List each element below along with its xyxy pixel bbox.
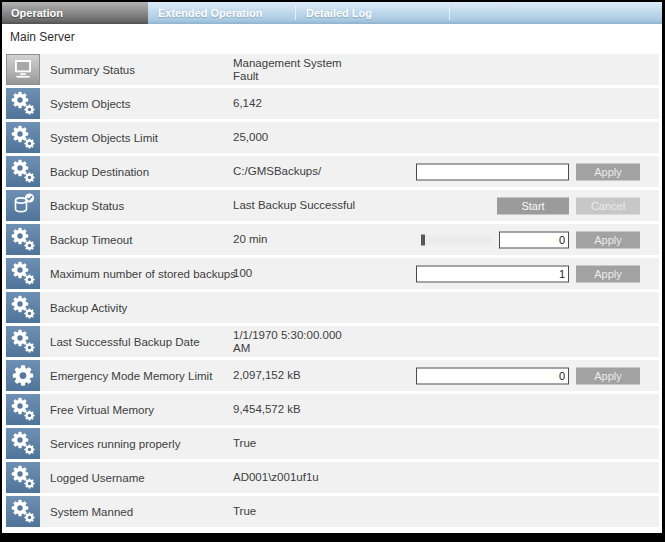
gears-icon: [6, 122, 40, 153]
row-controls: Apply: [421, 231, 640, 248]
property-rows: Summary StatusManagement System FaultSys…: [2, 54, 662, 527]
row-value: 1/1/1970 5:30:00.000 AM: [233, 329, 359, 355]
property-row: Backup DestinationC:/GMSBackups/Apply: [6, 156, 659, 187]
row-label: Free Virtual Memory: [50, 404, 233, 416]
start-button[interactable]: Start: [497, 197, 569, 214]
property-row: Summary StatusManagement System Fault: [6, 54, 659, 85]
row-value: 9,454,572 kB: [233, 403, 359, 416]
gears-icon: [6, 394, 40, 425]
database-check-icon: [6, 190, 40, 221]
row-value: Last Backup Successful: [233, 199, 359, 212]
row-value: 20 min: [233, 233, 359, 246]
gear-icon: [6, 360, 40, 391]
property-row: System Objects Limit25,000: [6, 122, 659, 153]
gears-icon: [6, 156, 40, 187]
tab-detailed-log[interactable]: Detailed Log: [296, 2, 449, 24]
row-controls: Apply: [416, 265, 640, 282]
row-value: 100: [233, 267, 359, 280]
computer-icon: [6, 54, 40, 85]
row-label: Backup Activity: [50, 302, 233, 314]
value-input[interactable]: [416, 265, 569, 282]
gears-icon: [6, 462, 40, 493]
row-controls: StartCancel: [497, 197, 640, 214]
value-input[interactable]: [416, 367, 569, 384]
property-row: Logged UsernameAD001\z001uf1u: [6, 462, 659, 493]
cancel-button[interactable]: Cancel: [576, 197, 640, 214]
row-label: System Objects Limit: [50, 132, 233, 144]
gears-icon: [6, 88, 40, 119]
row-value: True: [233, 437, 359, 450]
apply-button[interactable]: Apply: [576, 163, 640, 180]
property-row: Emergency Mode Memory Limit2,097,152 kBA…: [6, 360, 659, 391]
row-label: Maximum number of stored backups: [50, 268, 233, 280]
gears-icon: [6, 496, 40, 527]
property-row: Maximum number of stored backups100Apply: [6, 258, 659, 289]
row-controls: Apply: [416, 163, 640, 180]
row-value: True: [233, 505, 359, 518]
row-label: Emergency Mode Memory Limit: [50, 370, 233, 382]
apply-button[interactable]: Apply: [576, 367, 640, 384]
gears-icon: [6, 428, 40, 459]
main-window: Operation Extended Operation Detailed Lo…: [2, 2, 662, 533]
row-value: 2,097,152 kB: [233, 369, 359, 382]
property-row: System MannedTrue: [6, 496, 659, 527]
property-row: Backup StatusLast Backup SuccessfulStart…: [6, 190, 659, 221]
timeout-slider[interactable]: [421, 235, 492, 244]
row-label: Backup Timeout: [50, 234, 233, 246]
tab-extended-operation[interactable]: Extended Operation: [148, 2, 295, 24]
row-value: C:/GMSBackups/: [233, 165, 359, 178]
property-row: System Objects6,142: [6, 88, 659, 119]
row-label: Backup Status: [50, 200, 233, 212]
property-row: Last Successful Backup Date1/1/1970 5:30…: [6, 326, 659, 357]
apply-button[interactable]: Apply: [576, 265, 640, 282]
gears-icon: [6, 326, 40, 357]
row-label: Last Successful Backup Date: [50, 336, 233, 348]
row-value: 6,142: [233, 97, 359, 110]
value-input[interactable]: [416, 163, 569, 180]
apply-button[interactable]: Apply: [576, 231, 640, 248]
page-subtitle: Main Server: [10, 30, 662, 46]
tab-operation[interactable]: Operation: [2, 2, 148, 24]
row-value: Management System Fault: [233, 57, 359, 83]
row-label: System Objects: [50, 98, 233, 110]
row-label: Services running properly: [50, 438, 233, 450]
row-label: Logged Username: [50, 472, 233, 484]
row-controls: Apply: [416, 367, 640, 384]
property-row: Services running properlyTrue: [6, 428, 659, 459]
row-value: AD001\z001uf1u: [233, 471, 359, 484]
value-input[interactable]: [499, 231, 569, 248]
row-label: Backup Destination: [50, 166, 233, 178]
row-value: 25,000: [233, 131, 359, 144]
tab-bar: Operation Extended Operation Detailed Lo…: [2, 2, 662, 24]
slider-thumb[interactable]: [421, 234, 425, 245]
row-label: Summary Status: [50, 64, 233, 76]
property-row: Backup Timeout20 minApply: [6, 224, 659, 255]
gears-icon: [6, 258, 40, 289]
row-label: System Manned: [50, 506, 233, 518]
tab-bar-filler: [450, 2, 662, 24]
property-row: Free Virtual Memory9,454,572 kB: [6, 394, 659, 425]
gears-icon: [6, 292, 40, 323]
property-row: Backup Activity: [6, 292, 659, 323]
gears-icon: [6, 224, 40, 255]
